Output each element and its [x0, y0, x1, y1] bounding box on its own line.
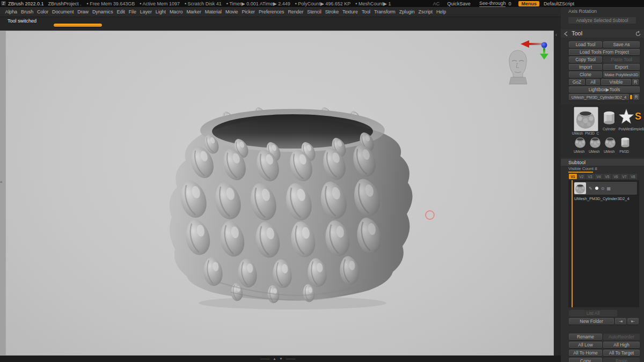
- uv-grid-icon[interactable]: ▦: [606, 186, 611, 191]
- subtool-item[interactable]: ✎ ⊙ ▦: [574, 182, 637, 195]
- menu-item[interactable]: Zscript: [416, 9, 434, 14]
- copy-tool-button[interactable]: Copy Tool: [569, 56, 602, 63]
- menu-item[interactable]: Help: [434, 9, 448, 14]
- subtool-scroll-indicator[interactable]: [572, 180, 573, 307]
- menu-item[interactable]: Marker: [185, 9, 203, 14]
- clone-button[interactable]: Clone: [569, 71, 602, 78]
- menu-item[interactable]: Movie: [224, 9, 240, 14]
- menu-item[interactable]: Stencil: [305, 9, 323, 14]
- menu-item[interactable]: Zplugin: [397, 9, 416, 14]
- default-zscript-button[interactable]: DefaultZScript: [544, 1, 574, 6]
- scroll-up-icon[interactable]: ▲: [273, 357, 276, 360]
- all-low-button[interactable]: All Low: [569, 342, 602, 348]
- pot-model[interactable]: [5, 31, 554, 356]
- current-tool-r-button[interactable]: R: [633, 94, 639, 100]
- menu-item[interactable]: Texture: [341, 9, 360, 14]
- all-high-button[interactable]: All High: [603, 342, 640, 348]
- divider-collapse-icon[interactable]: ‹: [555, 32, 557, 38]
- copy-subtool-button[interactable]: Copy: [569, 358, 602, 362]
- see-through-slider[interactable]: See-through: [479, 1, 506, 7]
- make-polymesh3d-button[interactable]: Make PolyMesh3D: [603, 71, 640, 78]
- goz-button[interactable]: GoZ: [569, 79, 585, 85]
- thumbnail-label: UMesh_: [588, 150, 603, 153]
- reset-icon[interactable]: [635, 31, 641, 37]
- recent-tool-thumbnail[interactable]: [589, 136, 602, 149]
- menu-item[interactable]: Preferences: [257, 9, 286, 14]
- visibility-eye-icon[interactable]: [595, 187, 598, 190]
- scroll-down-icon[interactable]: ▼: [280, 357, 283, 360]
- menu-item[interactable]: Material: [203, 9, 223, 14]
- back-arrow-icon[interactable]: [563, 31, 569, 37]
- rename-button[interactable]: Rename: [569, 334, 602, 340]
- subtool-tab[interactable]: V8: [629, 174, 637, 179]
- lightbox-tools-button[interactable]: Lightbox▶Tools: [569, 86, 640, 93]
- menus-toggle-button[interactable]: Menus: [518, 1, 539, 6]
- menu-item[interactable]: Draw: [76, 9, 91, 14]
- menu-item[interactable]: Color: [35, 9, 50, 14]
- menu-item[interactable]: File: [127, 9, 138, 14]
- tool-palette-header[interactable]: Tool: [561, 29, 644, 38]
- analyze-selected-subtool-button[interactable]: Analyze Selected Subtool: [568, 17, 636, 24]
- subtool-tab[interactable]: V7: [620, 174, 628, 179]
- menu-item[interactable]: Light: [153, 9, 167, 14]
- ac-label: AC: [433, 1, 440, 6]
- menu-item[interactable]: Document: [50, 9, 76, 14]
- stat-scratch-disk: • Scratch Disk 41: [185, 1, 222, 6]
- subtool-section-header[interactable]: Subtool: [561, 159, 644, 166]
- cylinder-tool-thumbnail[interactable]: [601, 109, 618, 126]
- goz-visible-button[interactable]: Visible: [601, 79, 631, 85]
- current-tool-thumbnail[interactable]: [574, 107, 598, 131]
- menu-item[interactable]: Stroke: [323, 9, 340, 14]
- right-divider[interactable]: ‹: [554, 31, 561, 362]
- subtool-tab[interactable]: V2: [577, 174, 586, 179]
- simplebrush-thumbnail[interactable]: S: [633, 109, 643, 124]
- save-as-button[interactable]: Save As: [603, 41, 640, 48]
- menu-item[interactable]: Alpha: [3, 9, 19, 14]
- x-axis-arrow: [521, 40, 529, 48]
- subtool-tab[interactable]: V5: [603, 174, 611, 179]
- polypaint-brush-icon[interactable]: ✎: [589, 186, 592, 191]
- subtool-tab[interactable]: V6: [612, 174, 620, 179]
- menu-item[interactable]: Picker: [240, 9, 257, 14]
- menu-item[interactable]: Render: [286, 9, 305, 14]
- menu-item[interactable]: Brush: [19, 9, 35, 14]
- subtool-tab[interactable]: V3: [586, 174, 594, 179]
- polypaint-target-icon[interactable]: ⊙: [601, 186, 605, 191]
- brush-cursor: [425, 210, 435, 220]
- import-button[interactable]: Import: [569, 64, 602, 70]
- paste-subtool-button: Paste: [603, 358, 640, 362]
- new-folder-button[interactable]: New Folder: [569, 318, 614, 324]
- export-button[interactable]: Export: [603, 64, 640, 70]
- tray-collapse-icon[interactable]: «: [0, 180, 2, 184]
- menu-item[interactable]: Transform: [372, 9, 398, 14]
- goz-r-button[interactable]: R: [632, 79, 639, 85]
- goz-all-button[interactable]: All: [586, 79, 600, 85]
- material-preview-head[interactable]: [503, 48, 533, 86]
- menu-item[interactable]: Layer: [138, 9, 153, 14]
- menu-item[interactable]: Tool: [360, 9, 372, 14]
- recent-tool-thumbnail[interactable]: [604, 136, 617, 149]
- all-to-target-button[interactable]: All To Target: [603, 350, 640, 356]
- subtool-tab[interactable]: V1: [569, 174, 577, 179]
- left-tray[interactable]: «: [0, 31, 5, 356]
- document-canvas[interactable]: [5, 31, 554, 356]
- stat-free-mem: • Free Mem 39.643GB: [87, 1, 135, 6]
- subtool-tab[interactable]: V4: [595, 174, 603, 179]
- move-into-folder-icon[interactable]: ⇥: [615, 318, 626, 324]
- menu-item[interactable]: Macro: [167, 9, 185, 14]
- recent-tool-thumbnail[interactable]: [574, 136, 587, 149]
- load-tool-button[interactable]: Load Tool: [569, 41, 602, 48]
- simplebrush-icon: S: [635, 111, 641, 122]
- autoreorder-button: AutoReorder: [603, 334, 640, 340]
- lightbox-drag-bar[interactable]: [54, 24, 102, 27]
- recent-tool-thumbnail[interactable]: [619, 136, 632, 149]
- menu-item[interactable]: Edit: [115, 9, 127, 14]
- all-to-home-button[interactable]: All To Home: [569, 350, 602, 356]
- tool-palette-title: Tool: [572, 30, 582, 36]
- move-out-of-folder-icon[interactable]: ⇤: [627, 318, 639, 324]
- quicksave-button[interactable]: QuickSave: [447, 1, 471, 6]
- current-tool-button[interactable]: UMesh_PM3D_Cylinder3D2_4: [569, 94, 629, 100]
- load-tools-from-project-button[interactable]: Load Tools From Project: [569, 49, 640, 55]
- menu-item[interactable]: Dynamics: [90, 9, 115, 14]
- subtool-item-thumbnail[interactable]: [574, 182, 586, 194]
